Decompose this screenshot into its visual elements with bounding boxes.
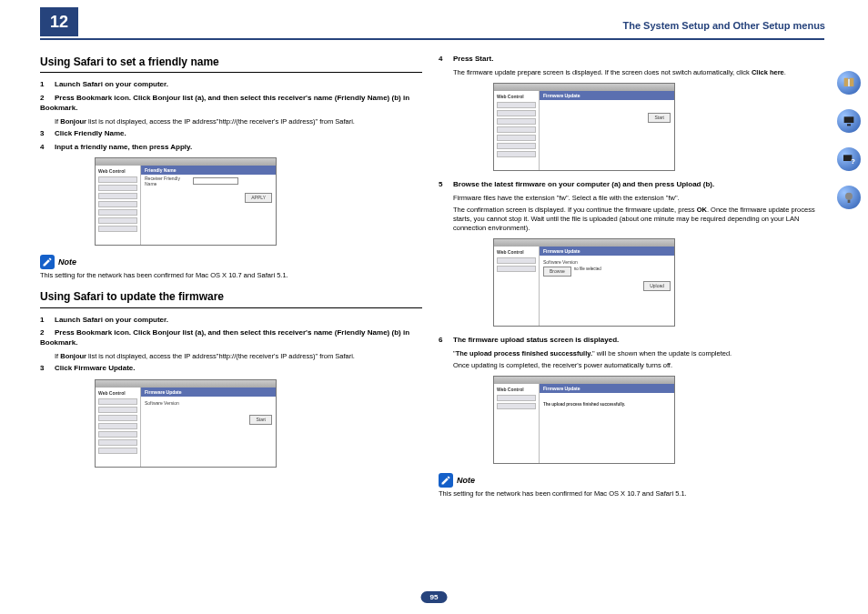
svg-text:?: ? [851,157,855,166]
section-2-title: Using Safari to update the firmware [40,289,422,307]
step-2-1: 1Launch Safari on your computer. [40,316,422,326]
step-1-3: 3Click Friendly Name. [40,129,422,139]
note-2-text: This setting for the network has been co… [439,489,821,498]
step-r-5-sub2: The confirmation screen is displayed. If… [453,206,821,233]
apply-button: APPLY [245,193,272,203]
step-r-6-sub2: Once updating is completed, the receiver… [453,361,821,370]
section-1-title: Using Safari to set a friendly name [40,55,422,73]
step-1-2-sub: If Bonjour list is not displayed, access… [55,117,422,126]
book-icon[interactable] [837,71,861,95]
header-rule [40,38,824,40]
chapter-number: 12 [40,7,78,36]
step-r-4: 4Press Start. [439,55,821,65]
figure-firmware-update-2: Web Control Firmware Update Start [493,83,821,171]
step-r-5-sub1: Firmware files have the extension "fw". … [453,194,821,203]
page-header-title: The System Setup and Other Setup menus [623,20,826,31]
page-number: 95 [421,591,448,603]
figure-firmware-success: Web Control Firmware Update The upload p… [493,376,821,464]
start-button-2: Start [648,113,671,123]
svg-rect-5 [848,200,851,203]
content-columns: Using Safari to set a friendly name 1Lau… [40,55,824,508]
right-column: 4Press Start. The firmware update prepar… [439,55,821,508]
step-2-2-sub: If Bonjour list is not displayed, access… [55,352,422,361]
note-1-text: This setting for the network has been co… [40,271,422,280]
step-1-1: 1Launch Safari on your computer. [40,80,422,90]
help-icon[interactable]: ? [837,147,861,171]
side-nav-icons: ? [837,71,861,209]
equipment-icon[interactable] [837,109,861,133]
step-r-6: 6The firmware upload status screen is di… [439,336,821,346]
figure-firmware-upload: Web Control Firmware Update Software Ver… [493,238,821,327]
step-2-2: 2Press Bookmark icon. Click Bonjour list… [40,328,422,348]
step-r-5: 5Browse the latest firmware on your comp… [439,180,821,190]
step-2-3: 3Click Firmware Update. [40,364,422,374]
start-button: Start [249,415,272,425]
globe-icon[interactable] [837,186,861,209]
svg-point-4 [845,193,853,200]
figure-friendly-name: Web Control Friendly Name Receiver Frien… [95,157,422,246]
note-1: Note [40,255,422,269]
step-r-6-sub1: "The upload process finished successfull… [453,349,821,358]
note-2: Note [439,473,821,488]
svg-rect-0 [844,116,854,123]
step-1-2: 2Press Bookmark icon. Click Bonjour list… [40,94,422,114]
svg-rect-1 [847,124,851,126]
note-icon [439,473,453,488]
figure-firmware-update-1: Web Control Firmware Update Software Ver… [95,379,422,468]
upload-button: Upload [643,281,671,291]
left-column: Using Safari to set a friendly name 1Lau… [40,55,422,508]
step-1-4: 4Input a friendly name, then press Apply… [40,143,422,153]
step-r-4-sub: The firmware update prepare screen is di… [453,68,821,77]
note-icon [40,255,55,269]
